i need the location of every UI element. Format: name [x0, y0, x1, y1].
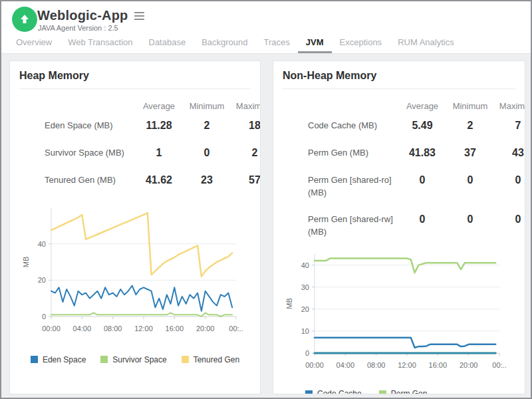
heap-memory-chart[interactable]: 0204000:0004:0008:0012:0016:0020:0000:..…: [21, 202, 243, 335]
svg-text:10: 10: [301, 327, 309, 335]
svg-text:16:00: 16:00: [166, 325, 184, 332]
heap-stats-table: Average Minimum Maximum Eden Space (MB) …: [37, 96, 261, 194]
table-row: Code Cache (MB) 5.49 2 7: [300, 112, 525, 140]
table-row: Tenured Gen (MB) 41.62 23 57: [37, 167, 261, 194]
page-title: Weblogic-App: [37, 8, 128, 23]
table-row: Perm Gen [shared-rw] (MB) 0 0 0: [300, 206, 525, 246]
table-row: Eden Space (MB) 11.28 2 18: [37, 112, 261, 140]
panel-title: Non-Heap Memory: [273, 61, 525, 88]
non-heap-memory-panel: Non-Heap Memory Average Minimum Maximum …: [273, 61, 525, 394]
svg-text:40: 40: [38, 239, 46, 247]
non-heap-chart-legend: Code Cache Perm Gen Perm Gen [shared-ro]: [305, 389, 525, 394]
tab-web-transaction[interactable]: Web Transaction: [60, 32, 140, 53]
content-area: Heap Memory Average Minimum Maximum Eden…: [1, 53, 531, 398]
table-row: Perm Gen [shared-ro] (MB) 0 0 0: [300, 167, 525, 207]
svg-text:04:00: 04:00: [336, 361, 355, 369]
heap-memory-panel: Heap Memory Average Minimum Maximum Eden…: [9, 61, 261, 394]
col-average: Average: [135, 101, 183, 111]
svg-text:20: 20: [301, 305, 309, 313]
arrow-up-icon: [18, 13, 31, 26]
app-window: Weblogic-App JAVA Agent Version : 2.5 Ov…: [0, 0, 532, 399]
col-maximum: Maximum: [494, 101, 525, 111]
svg-text:20: 20: [38, 276, 46, 284]
svg-text:00:00: 00:00: [42, 325, 61, 332]
svg-text:20:00: 20:00: [460, 361, 478, 369]
header: Weblogic-App JAVA Agent Version : 2.5 Ov…: [1, 1, 531, 53]
svg-text:40: 40: [301, 261, 309, 269]
legend-perm-gen[interactable]: Perm Gen: [379, 389, 428, 394]
svg-text:MB: MB: [22, 256, 30, 267]
tab-background[interactable]: Background: [194, 32, 255, 53]
col-minimum: Minimum: [446, 101, 494, 111]
legend-swatch: [305, 390, 313, 394]
table-row: Survivor Space (MB) 1 0 2: [37, 140, 261, 167]
svg-text:00:..: 00:..: [492, 361, 506, 369]
tab-traces[interactable]: Traces: [256, 32, 298, 53]
divider: [283, 88, 515, 89]
svg-text:12:00: 12:00: [398, 361, 416, 369]
legend-swatch: [31, 356, 38, 363]
tab-jvm[interactable]: JVM: [298, 32, 332, 53]
svg-text:04:00: 04:00: [73, 325, 92, 332]
svg-text:08:00: 08:00: [367, 361, 386, 369]
divider: [19, 88, 251, 89]
panel-title: Heap Memory: [10, 61, 260, 88]
tab-exceptions[interactable]: Exceptions: [332, 32, 390, 53]
svg-text:30: 30: [301, 283, 309, 291]
svg-text:00:..: 00:..: [229, 325, 243, 332]
legend-swatch: [379, 390, 386, 394]
agent-version-label: JAVA Agent Version : 2.5: [38, 24, 118, 32]
tab-bar: Overview Web Transaction Database Backgr…: [8, 32, 462, 53]
legend-eden-space[interactable]: Eden Space: [31, 355, 86, 364]
legend-swatch: [100, 356, 108, 363]
legend-code-cache[interactable]: Code Cache: [305, 389, 362, 394]
legend-swatch: [182, 356, 189, 363]
col-minimum: Minimum: [183, 101, 231, 111]
svg-text:08:00: 08:00: [104, 325, 122, 332]
tab-overview[interactable]: Overview: [8, 32, 60, 53]
svg-text:00:00: 00:00: [305, 361, 324, 369]
heap-chart-legend: Eden Space Survivor Space Tenured Gen: [10, 355, 260, 364]
svg-text:16:00: 16:00: [429, 361, 448, 369]
menu-icon[interactable]: [133, 11, 146, 21]
svg-text:0: 0: [42, 313, 46, 321]
svg-text:20:00: 20:00: [196, 325, 215, 332]
tab-database[interactable]: Database: [141, 32, 194, 53]
table-row: Perm Gen (MB) 41.83 37 43: [300, 140, 525, 167]
svg-text:0: 0: [305, 349, 309, 357]
svg-text:MB: MB: [285, 298, 293, 309]
col-maximum: Maximum: [231, 101, 261, 111]
legend-survivor-space[interactable]: Survivor Space: [100, 355, 166, 364]
col-average: Average: [398, 101, 446, 111]
non-heap-stats-table: Average Minimum Maximum Code Cache (MB) …: [300, 96, 525, 246]
non-heap-memory-chart[interactable]: 01020304000:0004:0008:0012:0016:0020:000…: [284, 249, 506, 372]
legend-tenured-gen[interactable]: Tenured Gen: [182, 355, 239, 364]
tab-rum-analytics[interactable]: RUM Analytics: [390, 32, 462, 53]
app-status-icon: [12, 7, 37, 32]
svg-text:12:00: 12:00: [134, 325, 153, 332]
